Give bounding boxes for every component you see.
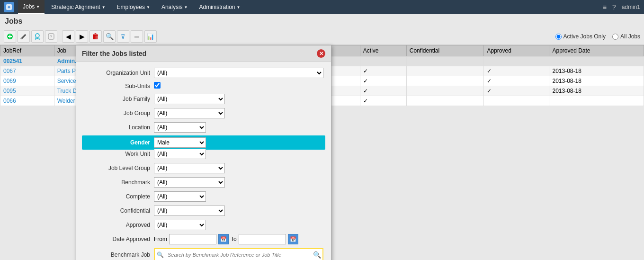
date-to-input[interactable] bbox=[239, 234, 286, 244]
control-gender: (All) Male Female bbox=[154, 137, 323, 148]
nav-jobs[interactable]: Jobs ▼ bbox=[18, 0, 45, 14]
date-from-input[interactable] bbox=[169, 234, 216, 244]
select-approved[interactable]: (All) bbox=[154, 220, 206, 230]
chart-button[interactable]: 📊 bbox=[144, 30, 157, 43]
date-to-picker[interactable]: 📅 bbox=[288, 234, 298, 244]
benchmark-search-button[interactable]: 🔍 bbox=[311, 249, 322, 260]
help-icon[interactable]: ? bbox=[612, 3, 616, 11]
toolbar: ? ◀ ▶ 🗑 🔍 ⊽ ═ 📊 Active Jobs Only All Job… bbox=[0, 28, 644, 45]
select-job-family[interactable]: (All) bbox=[154, 94, 225, 104]
dialog-body: Organization Unit (All) Sub-Units Job Fa… bbox=[76, 62, 331, 260]
nav-admin-caret: ▼ bbox=[237, 5, 241, 9]
col-confidential: Confidential bbox=[406, 45, 484, 56]
nav-right: ≡ ? admin1 bbox=[603, 3, 640, 11]
control-confidential: (All) bbox=[154, 206, 323, 216]
dialog-title: Filter the Jobs listed bbox=[82, 50, 146, 57]
hamburger-icon[interactable]: ≡ bbox=[603, 3, 607, 11]
dialog-header: Filter the Jobs listed ✕ bbox=[76, 45, 331, 62]
nav-strategic-caret: ▼ bbox=[102, 5, 106, 9]
label-job-family: Job Family bbox=[84, 96, 150, 102]
label-org-unit: Organization Unit bbox=[84, 70, 150, 76]
label-location: Location bbox=[84, 124, 150, 131]
control-job-family: (All) bbox=[154, 94, 323, 104]
filter-row-confidential: Confidential (All) bbox=[84, 206, 323, 216]
radio-active-jobs[interactable]: Active Jobs Only bbox=[555, 33, 606, 40]
control-location: (All) bbox=[154, 122, 323, 133]
to-label: To bbox=[231, 236, 237, 242]
nav-administration[interactable]: Administration ▼ bbox=[195, 0, 245, 14]
checkbox-sub-units[interactable] bbox=[154, 82, 161, 89]
filter-row-date-approved: Date Approved From 📅 To 📅 bbox=[84, 234, 323, 244]
control-job-level-group: (All) bbox=[154, 163, 323, 173]
svg-text:?: ? bbox=[50, 35, 52, 39]
benchmark-job-input[interactable] bbox=[166, 251, 311, 259]
select-work-unit[interactable]: (All) bbox=[154, 149, 206, 159]
nav-analysis-caret: ▼ bbox=[184, 5, 188, 9]
filter-row-benchmark: Benchmark (All) bbox=[84, 177, 323, 188]
search-button[interactable]: 🔍 bbox=[103, 30, 116, 43]
label-job-level-group: Job Level Group bbox=[84, 165, 150, 171]
benchmark-search-box: 🔍 🔍 bbox=[154, 248, 323, 260]
label-gender: Gender bbox=[84, 139, 150, 146]
forward-button[interactable]: ▶ bbox=[76, 30, 88, 43]
label-benchmark-job: Benchmark Job bbox=[84, 251, 150, 258]
ribbon-button[interactable] bbox=[31, 30, 44, 43]
nav-strategic-alignment[interactable]: Strategic Alignment ▼ bbox=[46, 0, 110, 14]
select-benchmark[interactable]: (All) bbox=[154, 177, 225, 188]
select-gender[interactable]: (All) Male Female bbox=[154, 137, 206, 148]
main-area: JobRef Job Job Group Benchmark Complete … bbox=[0, 45, 644, 260]
filter-row-job-family: Job Family (All) bbox=[84, 94, 323, 104]
label-job-group: Job Group bbox=[84, 110, 150, 117]
control-complete: (All) bbox=[154, 191, 323, 202]
col-active: Active bbox=[360, 45, 406, 56]
filter-row-approved: Approved (All) bbox=[84, 220, 323, 230]
add-button[interactable] bbox=[4, 30, 16, 43]
select-org-unit[interactable]: (All) bbox=[154, 68, 323, 78]
select-location[interactable]: (All) bbox=[154, 122, 206, 133]
help-button[interactable]: ? bbox=[45, 30, 57, 43]
label-benchmark: Benchmark bbox=[84, 179, 150, 186]
control-org-unit: (All) bbox=[154, 68, 323, 78]
nav-employees-caret: ▼ bbox=[146, 5, 150, 9]
control-date-approved: From 📅 To 📅 bbox=[154, 234, 323, 244]
benchmark-search-icon: 🔍 bbox=[155, 251, 166, 259]
user-label[interactable]: admin1 bbox=[622, 4, 640, 10]
filter-row-job-group: Job Group (All) bbox=[84, 108, 323, 118]
filter-radio-group: Active Jobs Only All Jobs bbox=[555, 33, 640, 40]
nav-employees[interactable]: Employees ▼ bbox=[112, 0, 155, 14]
delete-button[interactable]: 🗑 bbox=[89, 30, 102, 43]
filter-row-benchmark-job: Benchmark Job 🔍 🔍 bbox=[84, 248, 323, 260]
select-job-level-group[interactable]: (All) bbox=[154, 163, 225, 173]
filter-row-job-level-group: Job Level Group (All) bbox=[84, 163, 323, 173]
nav-analysis[interactable]: Analysis ▼ bbox=[157, 0, 193, 14]
col-approved: Approved bbox=[484, 45, 549, 56]
label-confidential: Confidential bbox=[84, 207, 150, 214]
control-benchmark-job: 🔍 🔍 bbox=[154, 248, 323, 260]
label-sub-units: Sub-Units bbox=[84, 83, 150, 90]
filter-row-gender: Gender (All) Male Female bbox=[82, 135, 325, 150]
separator-button[interactable]: ═ bbox=[131, 30, 143, 43]
radio-all-jobs[interactable]: All Jobs bbox=[612, 33, 640, 40]
select-complete[interactable]: (All) bbox=[154, 191, 206, 202]
filter-button[interactable]: ⊽ bbox=[117, 30, 129, 43]
back-button[interactable]: ◀ bbox=[62, 30, 74, 43]
dialog-close-button[interactable]: ✕ bbox=[317, 49, 325, 58]
control-approved: (All) bbox=[154, 220, 323, 230]
label-approved: Approved bbox=[84, 222, 150, 228]
control-work-unit: (All) bbox=[154, 149, 323, 159]
col-jobref: JobRef bbox=[0, 45, 54, 56]
filter-row-sub-units: Sub-Units bbox=[84, 82, 323, 90]
page-title: Jobs bbox=[0, 14, 644, 28]
label-complete: Complete bbox=[84, 193, 150, 200]
control-sub-units bbox=[154, 82, 323, 90]
top-nav: Jobs ▼ Strategic Alignment ▼ Employees ▼… bbox=[0, 0, 644, 14]
select-job-group[interactable]: (All) bbox=[154, 108, 225, 118]
date-from-picker[interactable]: 📅 bbox=[218, 234, 229, 244]
control-benchmark: (All) bbox=[154, 177, 323, 188]
control-job-group: (All) bbox=[154, 108, 323, 118]
filter-row-location: Location (All) bbox=[84, 122, 323, 133]
from-label: From bbox=[154, 236, 167, 242]
edit-button[interactable] bbox=[18, 30, 30, 43]
select-confidential[interactable]: (All) bbox=[154, 206, 225, 216]
filter-row-org-unit: Organization Unit (All) bbox=[84, 68, 323, 78]
